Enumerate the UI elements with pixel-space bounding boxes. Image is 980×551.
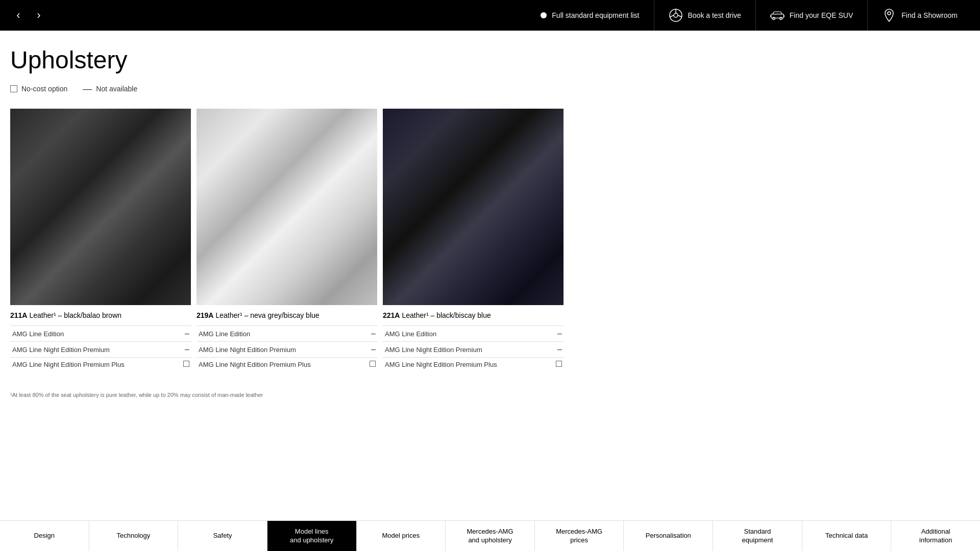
next-arrow-button[interactable]: › <box>29 5 49 26</box>
card-219a: 219ALeather¹ – neva grey/biscay blue AMG… <box>197 109 378 371</box>
card-code-221a: 221ALeather¹ – black/biscay blue <box>383 311 564 319</box>
code-number-211a: 211A <box>10 311 27 319</box>
row-value: – <box>554 342 564 358</box>
legend-no-cost-label: No-cost option <box>21 85 67 93</box>
nav-item-test-drive[interactable]: Book a test drive <box>654 0 755 31</box>
row-value <box>181 358 191 372</box>
code-desc-211a: Leather¹ – black/balao brown <box>29 311 121 319</box>
square-icon <box>556 361 562 367</box>
top-navigation: ‹ › Full standard equipment list Book a … <box>0 0 980 31</box>
svg-point-1 <box>674 13 678 17</box>
bottom-nav-additional-info[interactable]: Additionalinformation <box>891 521 980 551</box>
svg-rect-9 <box>783 15 784 17</box>
row-value <box>554 358 564 372</box>
code-number-219a: 219A <box>197 311 213 319</box>
legend-not-available: — Not available <box>83 84 137 93</box>
seat-visual-211a <box>10 109 191 305</box>
bottom-nav-mercedes-amg-upholstery[interactable]: Mercedes-AMGand upholstery <box>446 521 535 551</box>
card-221a: 221ALeather¹ – black/biscay blue AMG Lin… <box>383 109 564 371</box>
card-image-219a <box>197 109 377 305</box>
square-icon <box>183 361 189 367</box>
code-number-221a: 221A <box>383 311 400 319</box>
nav-items: Full standard equipment list Book a test… <box>526 0 972 31</box>
row-value: – <box>181 326 191 342</box>
row-label: AMG Line Edition <box>197 326 368 342</box>
svg-point-11 <box>888 12 891 15</box>
dot-icon <box>541 12 547 18</box>
row-label: AMG Line Night Edition Premium <box>383 342 554 358</box>
bottom-nav-technology[interactable]: Technology <box>89 521 179 551</box>
seat-visual-221a <box>383 109 564 305</box>
bottom-nav-design[interactable]: Design <box>0 521 89 551</box>
svg-point-7 <box>779 17 782 20</box>
not-available-icon: — <box>83 84 92 93</box>
card-table-211a: AMG Line Edition – AMG Line Night Editio… <box>10 325 191 371</box>
steering-wheel-icon <box>669 8 683 22</box>
car-icon: ! <box>770 8 785 22</box>
card-table-219a: AMG Line Edition – AMG Line Night Editio… <box>197 325 378 371</box>
svg-text:!: ! <box>777 12 777 14</box>
bottom-nav-technical-data[interactable]: Technical data <box>802 521 892 551</box>
row-label: AMG Line Night Edition Premium Plus <box>197 358 368 372</box>
footnote: ¹At least 80% of the seat upholstery is … <box>10 392 970 398</box>
row-label: AMG Line Night Edition Premium <box>10 342 181 358</box>
nav-item-find-eqe[interactable]: ! Find your EQE SUV <box>755 0 868 31</box>
card-211a: 211ALeather¹ – black/balao brown AMG Lin… <box>10 109 191 371</box>
row-value: – <box>368 342 378 358</box>
bottom-nav-standard-equipment[interactable]: Standardequipment <box>713 521 802 551</box>
dash-icon: – <box>185 345 189 354</box>
table-row: AMG Line Edition – <box>10 326 191 342</box>
card-image-211a <box>10 109 191 305</box>
card-code-219a: 219ALeather¹ – neva grey/biscay blue <box>197 311 378 319</box>
svg-line-4 <box>678 15 682 17</box>
seat-visual-219a <box>197 109 377 305</box>
table-row: AMG Line Night Edition Premium Plus <box>197 358 378 372</box>
nav-label-test-drive: Book a test drive <box>688 11 741 19</box>
page-title: Upholstery <box>10 46 970 74</box>
code-desc-221a: Leather¹ – black/biscay blue <box>402 311 491 319</box>
bottom-navigation: Design Technology Safety Model linesand … <box>0 520 980 551</box>
location-icon <box>882 8 896 22</box>
row-value <box>368 358 378 372</box>
table-row: AMG Line Edition – <box>383 326 564 342</box>
dash-icon: – <box>557 329 562 338</box>
card-table-221a: AMG Line Edition – AMG Line Night Editio… <box>383 325 564 371</box>
dash-icon: – <box>557 345 562 354</box>
main-content: Upholstery No-cost option — Not availabl… <box>0 31 980 464</box>
legend-no-cost: No-cost option <box>10 85 67 93</box>
row-value: – <box>368 326 378 342</box>
nav-label-find-eqe: Find your EQE SUV <box>790 11 853 19</box>
table-row: AMG Line Night Edition Premium – <box>10 342 191 358</box>
bottom-nav-personalisation[interactable]: Personalisation <box>624 521 713 551</box>
bottom-nav-model-lines[interactable]: Model linesand upholstery <box>267 521 357 551</box>
dash-icon: – <box>371 345 376 354</box>
legend-not-available-label: Not available <box>96 85 137 93</box>
svg-line-3 <box>670 15 674 17</box>
svg-point-6 <box>772 17 775 20</box>
svg-rect-8 <box>770 15 771 17</box>
row-label: AMG Line Night Edition Premium <box>197 342 368 358</box>
table-row: AMG Line Night Edition Premium Plus <box>10 358 191 372</box>
row-value: – <box>181 342 191 358</box>
nav-item-showroom[interactable]: Find a Showroom <box>867 0 972 31</box>
table-row: AMG Line Edition – <box>197 326 378 342</box>
row-value: – <box>554 326 564 342</box>
code-desc-219a: Leather¹ – neva grey/biscay blue <box>215 311 319 319</box>
table-row: AMG Line Night Edition Premium Plus <box>383 358 564 372</box>
prev-arrow-button[interactable]: ‹ <box>8 5 29 26</box>
square-icon <box>370 361 376 367</box>
nav-item-equipment-list[interactable]: Full standard equipment list <box>526 0 653 31</box>
row-label: AMG Line Edition <box>10 326 181 342</box>
bottom-nav-safety[interactable]: Safety <box>178 521 267 551</box>
row-label: AMG Line Edition <box>383 326 554 342</box>
bottom-nav-mercedes-amg-prices[interactable]: Mercedes-AMGprices <box>535 521 624 551</box>
cards-grid: 211ALeather¹ – black/balao brown AMG Lin… <box>10 109 970 371</box>
nav-label-equipment: Full standard equipment list <box>552 11 639 19</box>
dash-icon: – <box>371 329 376 338</box>
dash-icon: – <box>185 329 189 338</box>
legend: No-cost option — Not available <box>10 84 970 93</box>
row-label: AMG Line Night Edition Premium Plus <box>383 358 554 372</box>
no-cost-icon <box>10 85 17 92</box>
card-image-221a <box>383 109 564 305</box>
bottom-nav-model-prices[interactable]: Model prices <box>357 521 446 551</box>
